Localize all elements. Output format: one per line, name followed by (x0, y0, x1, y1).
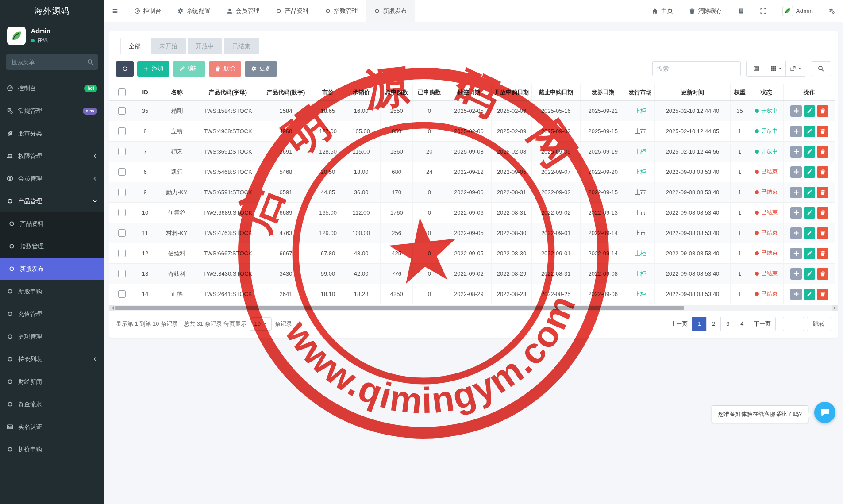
move-button[interactable] (790, 105, 802, 117)
page-button-1[interactable]: 1 (692, 317, 707, 331)
topnav-item-6[interactable]: 新股发布 (366, 0, 415, 22)
row-delete-button[interactable] (817, 268, 828, 280)
topnav-item-2[interactable]: 系统配置 (169, 0, 219, 22)
row-delete-button[interactable] (817, 207, 828, 219)
move-button[interactable] (790, 268, 802, 280)
move-button[interactable] (790, 227, 802, 239)
horizontal-scrollbar[interactable] (109, 305, 838, 311)
move-button[interactable] (790, 289, 802, 300)
sidebar-toggle-button[interactable] (104, 0, 126, 22)
market-value[interactable]: 上柜 (635, 169, 646, 175)
market-value[interactable]: 上柜 (635, 108, 646, 114)
sidebar-item-12[interactable]: 提现管理 (0, 325, 104, 348)
sidebar-item-16[interactable]: 实名认证 (0, 416, 104, 438)
sidebar-item-14[interactable]: 财经新闻 (0, 370, 104, 393)
scrollbar-thumb[interactable] (115, 306, 684, 310)
market-value[interactable]: 上柜 (635, 291, 646, 297)
sidebar-item-2[interactable]: 常规管理new (0, 100, 104, 122)
search-toggle-button[interactable] (811, 61, 831, 76)
jump-button[interactable]: 跳转 (807, 317, 831, 331)
page-size-select[interactable]: 10 (250, 317, 271, 331)
row-edit-button[interactable] (804, 207, 815, 219)
clear-cache-button[interactable]: 清除缓存 (681, 0, 730, 22)
page-button-4[interactable]: 4 (735, 317, 749, 331)
columns-button[interactable] (766, 61, 785, 76)
tab-2[interactable]: 未开始 (151, 38, 186, 54)
market-value[interactable]: 上柜 (635, 270, 646, 277)
add-button[interactable]: 添加 (137, 61, 169, 77)
row-delete-button[interactable] (817, 289, 828, 300)
next-page-button[interactable]: 下一页 (749, 317, 776, 331)
tab-3[interactable]: 开放中 (188, 38, 223, 54)
row-edit-button[interactable] (804, 268, 815, 280)
market-value[interactable]: 上柜 (635, 250, 646, 257)
sidebar-item-11[interactable]: 充值管理 (0, 303, 104, 325)
row-edit-button[interactable] (804, 289, 815, 300)
move-button[interactable] (790, 146, 802, 158)
table-search-input[interactable] (652, 61, 741, 76)
row-checkbox[interactable] (118, 107, 126, 115)
select-all-checkbox[interactable] (118, 88, 126, 96)
user-menu[interactable]: Admin (774, 0, 821, 22)
topnav-item-3[interactable]: 会员管理 (219, 0, 268, 22)
row-checkbox[interactable] (118, 229, 126, 237)
tab-1[interactable]: 全部 (120, 38, 149, 54)
row-edit-button[interactable] (804, 146, 815, 158)
jump-page-input[interactable] (783, 317, 804, 331)
row-edit-button[interactable] (804, 187, 815, 198)
row-delete-button[interactable] (817, 146, 828, 158)
sidebar-item-13[interactable]: 持仓列表 (0, 348, 104, 370)
scroll-right-button[interactable] (832, 305, 838, 311)
row-checkbox[interactable] (118, 250, 126, 257)
sidebar-item-7[interactable]: 产品资料 (0, 212, 104, 235)
sidebar-item-9[interactable]: 新股发布 (0, 258, 104, 280)
topnav-item-5[interactable]: 指数管理 (317, 0, 366, 22)
row-checkbox[interactable] (118, 189, 126, 196)
sidebar-search-input[interactable] (6, 54, 98, 70)
scroll-left-button[interactable] (109, 305, 115, 311)
market-value[interactable]: 上柜 (635, 148, 646, 155)
export-button[interactable] (785, 61, 805, 76)
row-edit-button[interactable] (804, 105, 815, 117)
row-checkbox[interactable] (118, 168, 126, 176)
row-checkbox[interactable] (118, 290, 126, 298)
home-button[interactable]: 主页 (644, 0, 681, 22)
move-button[interactable] (790, 248, 802, 259)
settings-button[interactable] (821, 0, 843, 22)
sidebar-item-8[interactable]: 指数管理 (0, 235, 104, 258)
row-delete-button[interactable] (817, 126, 828, 137)
sidebar-item-1[interactable]: 控制台hot (0, 77, 104, 100)
row-edit-button[interactable] (804, 126, 815, 137)
detail-view-button[interactable] (747, 61, 766, 76)
row-checkbox[interactable] (118, 148, 126, 155)
row-delete-button[interactable] (817, 248, 828, 259)
move-button[interactable] (790, 166, 802, 178)
sidebar-item-4[interactable]: 权限管理 (0, 145, 104, 167)
row-delete-button[interactable] (817, 166, 828, 178)
refresh-button[interactable] (116, 61, 134, 77)
row-checkbox[interactable] (118, 270, 126, 277)
sidebar-item-17[interactable]: 折价申购 (0, 438, 104, 461)
row-edit-button[interactable] (804, 227, 815, 239)
sidebar-item-10[interactable]: 新股申购 (0, 280, 104, 303)
prev-page-button[interactable]: 上一页 (666, 317, 693, 331)
row-delete-button[interactable] (817, 227, 828, 239)
topnav-item-4[interactable]: 产品资料 (268, 0, 317, 22)
edit-button[interactable]: 编辑 (173, 61, 205, 77)
delete-button[interactable]: 删除 (209, 61, 241, 77)
chat-button[interactable] (814, 402, 835, 423)
row-edit-button[interactable] (804, 248, 815, 259)
row-edit-button[interactable] (804, 166, 815, 178)
docs-button[interactable] (730, 0, 752, 22)
sidebar-item-6[interactable]: 产品管理 (0, 190, 104, 212)
move-button[interactable] (790, 207, 802, 219)
sidebar-item-15[interactable]: 资金流水 (0, 393, 104, 416)
move-button[interactable] (790, 187, 802, 198)
more-button[interactable]: 更多 (245, 61, 277, 77)
page-button-3[interactable]: 3 (720, 317, 735, 331)
sidebar-item-3[interactable]: 股市分类 (0, 122, 104, 145)
row-checkbox[interactable] (118, 209, 126, 216)
row-checkbox[interactable] (118, 127, 126, 135)
fullscreen-button[interactable] (752, 0, 774, 22)
row-delete-button[interactable] (817, 187, 828, 198)
